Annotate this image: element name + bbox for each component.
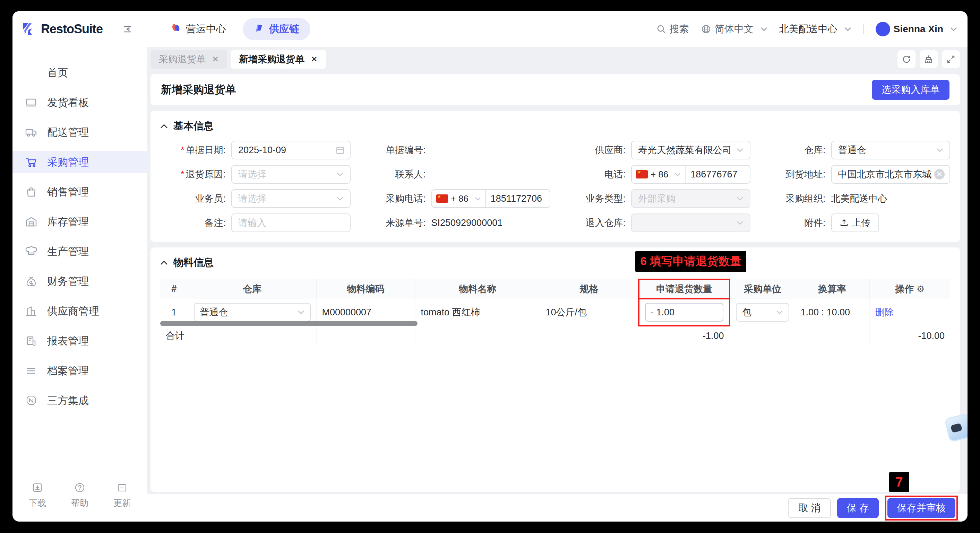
basic-info-header[interactable]: 基本信息 [160, 119, 950, 133]
close-icon[interactable]: ✕ [311, 54, 318, 64]
row-warehouse-select[interactable]: 普通仓 [194, 303, 311, 322]
update-button[interactable]: 更新 [113, 482, 131, 509]
select-purchase-inbound-button[interactable]: 选采购入库单 [872, 80, 950, 100]
org-selector[interactable]: 北美配送中心 [779, 22, 851, 36]
field-supplier: 供应商: 寿光天然蔬菜有限公司 [560, 141, 751, 159]
sidebar-item-sales[interactable]: 销售管理 [13, 181, 147, 203]
material-info-panel: 6 填写申请退货数量 物料信息 # 仓库 物料编码 物料名称 [151, 247, 960, 492]
nav-item-operation-center[interactable]: 营运中心 [163, 18, 234, 40]
remark-input[interactable] [238, 217, 344, 228]
search-icon [657, 24, 666, 34]
divider [863, 24, 864, 34]
row-unit-select[interactable]: 包 [736, 303, 789, 322]
sidebar-item-home[interactable]: 首页 [13, 62, 147, 84]
app-window: RestoSuite 营运中心 供应链 搜索 [13, 11, 967, 522]
report-icon [25, 335, 37, 347]
sidebar-item-supplier[interactable]: 供应商管理 [13, 300, 147, 322]
material-info-header[interactable]: 物料信息 [160, 256, 950, 270]
phone-input[interactable] [690, 169, 745, 180]
save-and-audit-button[interactable]: 保存并审核 [888, 498, 955, 518]
table-header-row: # 仓库 物料编码 物料名称 规格 申请退货数量 采购单位 换算率 操作⚙ [160, 279, 950, 299]
building-icon [25, 305, 37, 317]
nav-item-supply-chain[interactable]: 供应链 [243, 18, 310, 40]
return-qty-input[interactable] [645, 303, 723, 322]
sidebar-item-production[interactable]: 生产管理 [13, 241, 147, 263]
fullscreen-button[interactable] [942, 50, 960, 68]
close-icon[interactable]: ✕ [212, 54, 219, 64]
bag-icon [25, 186, 37, 198]
material-table-wrap: # 仓库 物料编码 物料名称 规格 申请退货数量 采购单位 换算率 操作⚙ [160, 279, 950, 346]
delete-row-link[interactable]: 删除 [875, 307, 894, 317]
sidebar-item-integrations[interactable]: 三方集成 [13, 390, 147, 412]
user-menu[interactable]: Sienna Xin [876, 22, 957, 36]
integration-icon [25, 394, 37, 407]
language-selector[interactable]: 简体中文 [701, 22, 767, 36]
chevron-down-icon [760, 27, 767, 31]
field-doc-date: *单据日期: [160, 141, 351, 159]
field-remark: 备注: [160, 214, 351, 232]
refresh-button[interactable] [897, 50, 915, 68]
cancel-button[interactable]: 取 消 [788, 498, 831, 518]
warehouse-select[interactable]: 普通仓 [831, 141, 951, 159]
chevron-down-icon [737, 197, 743, 201]
calendar-icon [335, 145, 345, 155]
source-no-value: SI250929000001 [431, 217, 503, 228]
purchase-org-value: 北美配送中心 [831, 192, 888, 205]
row-spec: 10公斤/包 [540, 299, 639, 326]
clear-icon[interactable]: ✕ [934, 169, 945, 179]
download-button[interactable]: 下载 [29, 482, 46, 509]
doc-date-input[interactable] [238, 145, 344, 155]
chevron-down-icon [475, 197, 481, 201]
list-icon [25, 365, 37, 377]
sidebar-item-reports[interactable]: 报表管理 [13, 330, 147, 352]
col-index: # [160, 279, 188, 299]
field-contact: 联系人: [360, 165, 551, 184]
purchase-phone-input[interactable] [491, 194, 545, 204]
phone-country-select[interactable]: + 86 [632, 166, 686, 183]
annotation-step7: 7 [889, 472, 909, 492]
sidebar-item-delivery[interactable]: 配送管理 [13, 121, 147, 143]
address-input[interactable] [838, 169, 932, 180]
basic-info-form: *单据日期: 单据编号: 供应商: 寿光天然蔬菜有限公司 [160, 141, 950, 232]
truck-icon [25, 126, 37, 139]
sidebar-item-inventory[interactable]: 库存管理 [13, 211, 147, 233]
cart-icon [25, 156, 37, 168]
assistant-mascot[interactable] [944, 413, 967, 442]
globe-icon [701, 24, 711, 34]
tab-purchase-return-list[interactable]: 采购退货单 ✕ [151, 50, 227, 68]
chevron-down-icon [776, 310, 783, 314]
topbar-right: 搜索 简体中文 北美配送中心 Sienna Xin [657, 22, 957, 36]
field-phone: 电话: + 86 [560, 165, 751, 184]
tab-new-purchase-return[interactable]: 新增采购退货单 ✕ [231, 50, 326, 68]
clear-cache-button[interactable] [920, 50, 938, 68]
salesman-select[interactable]: 请选择 [231, 189, 351, 208]
column-settings-icon[interactable]: ⚙ [916, 284, 924, 294]
sidebar-item-shipping-board[interactable]: 发货看板 [13, 92, 147, 114]
brand-name: RestoSuite [41, 22, 103, 36]
update-icon [116, 482, 127, 493]
purchase-phone-country-select[interactable]: + 86 [432, 190, 486, 207]
supplier-select[interactable]: 寿光天然蔬菜有限公司 [631, 141, 751, 159]
download-icon [32, 482, 43, 493]
horizontal-scrollbar[interactable] [160, 321, 417, 326]
search-button[interactable]: 搜索 [657, 22, 689, 36]
biz-type-select: 外部采购 [631, 189, 751, 208]
help-button[interactable]: 帮助 [71, 482, 88, 509]
chevron-down-icon [737, 221, 743, 225]
footer-bar: 7 取 消 保 存 保存并审核 [147, 494, 967, 522]
brand[interactable]: RestoSuite [22, 21, 103, 37]
operation-center-icon [170, 23, 181, 36]
field-return-reason: *退货原因: 请选择 [160, 165, 351, 184]
return-reason-select[interactable]: 请选择 [231, 165, 351, 184]
sidebar-item-purchase[interactable]: 采购管理 [13, 151, 147, 173]
broom-icon [924, 54, 934, 64]
chevron-down-icon [845, 27, 851, 31]
sidebar-collapse-icon[interactable] [122, 24, 133, 35]
supply-chain-icon [254, 23, 264, 36]
return-warehouse-select [631, 214, 751, 232]
upload-button[interactable]: 上传 [831, 214, 879, 232]
col-material-code: 物料编码 [316, 279, 415, 299]
sidebar-item-finance[interactable]: 财务管理 [13, 270, 147, 292]
save-button[interactable]: 保 存 [837, 498, 879, 518]
sidebar-item-archives[interactable]: 档案管理 [13, 360, 147, 382]
